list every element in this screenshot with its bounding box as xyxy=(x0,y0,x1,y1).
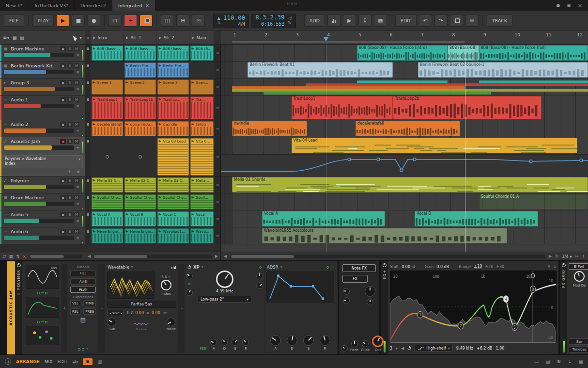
mute-button[interactable]: M xyxy=(74,97,79,102)
mute-button[interactable]: M xyxy=(74,139,79,144)
solo-button[interactable]: S xyxy=(67,229,73,234)
clip-stop-button[interactable] xyxy=(85,176,91,193)
adsr-attack-knob[interactable] xyxy=(270,335,281,346)
solo-button[interactable]: S xyxy=(67,63,73,68)
clip-play-icon[interactable]: ▶ xyxy=(192,212,194,216)
stop-button[interactable]: ■ xyxy=(72,15,85,27)
ratio-value[interactable]: 1:2 xyxy=(126,311,133,315)
clip-play-icon[interactable]: ▶ xyxy=(192,122,194,126)
scene-header[interactable]: ▶Main xyxy=(189,31,214,44)
mod-output-dot[interactable] xyxy=(37,292,40,294)
clip-play-icon[interactable]: ▶ xyxy=(126,80,128,84)
clip-slot[interactable]: ▶TrashLoop2b xyxy=(124,96,156,119)
wavetable-title[interactable]: Wavetable xyxy=(108,265,129,270)
clip-slot[interactable]: ▶Wavo... xyxy=(190,228,214,243)
index-knob[interactable] xyxy=(161,280,171,290)
solo-button[interactable]: S xyxy=(67,139,73,144)
clip-play-icon[interactable]: ▶ xyxy=(126,212,128,216)
clip-play-icon[interactable]: ▶ xyxy=(126,64,128,67)
arranger-clip[interactable]: Vita 04 Lead xyxy=(292,138,577,153)
launcher-overdub-button[interactable] xyxy=(139,15,153,27)
clip-slot[interactable]: ▶Berlin Fire... xyxy=(124,63,156,78)
lanes-icon[interactable]: ≡ xyxy=(76,236,79,240)
clip-play-icon[interactable]: ▶ xyxy=(126,47,128,50)
clip-slot[interactable]: ▶808 (Bass-... xyxy=(124,46,156,61)
clip-play-icon[interactable]: ▶ xyxy=(126,178,128,182)
filter-keytrack-knob[interactable] xyxy=(256,272,263,279)
clip-play-icon[interactable]: ▶ xyxy=(159,47,161,50)
solo-button[interactable]: S xyxy=(67,212,73,217)
detune-value[interactable]: 0.00 xyxy=(135,311,144,315)
lanes-icon[interactable]: ≡ xyxy=(76,202,79,206)
band-freq-value[interactable]: 9.49 kHz xyxy=(456,346,473,351)
device-track-rail[interactable]: ACOUSTIC JAM xyxy=(7,261,15,354)
solo-button[interactable]: S xyxy=(67,80,73,85)
clip-play-icon[interactable]: ▶ xyxy=(192,229,194,233)
wavetable-preset-name[interactable]: Farfisa Sax xyxy=(107,301,176,308)
record-arm-button[interactable]: ● xyxy=(60,97,66,102)
grid-view-icon[interactable]: ▦ xyxy=(12,35,16,40)
play-button[interactable]: ▶ xyxy=(56,15,69,27)
mod-output-dot[interactable] xyxy=(326,266,329,269)
scroll-left-icon[interactable]: ◀ xyxy=(88,254,91,258)
clip-slot[interactable]: ▶NeverEngin... xyxy=(92,228,123,243)
vel-expression-button[interactable]: VEL xyxy=(70,300,80,306)
delete-button[interactable]: ⊗ xyxy=(465,15,479,27)
solo-button[interactable]: S xyxy=(67,122,73,127)
filter-env-knob[interactable] xyxy=(256,282,263,289)
track-panel-scrollbar[interactable] xyxy=(29,255,82,258)
lanes-icon[interactable]: ≡ xyxy=(76,185,79,189)
lanes-icon[interactable]: ≡ xyxy=(76,70,79,74)
clip-play-icon[interactable]: ▶ xyxy=(93,195,95,199)
clip-slot[interactable]: ▶Scene 2 xyxy=(124,80,156,95)
clip-slot[interactable]: ▶808 (B... xyxy=(190,46,214,61)
position-display[interactable]: 8.3.2.390:16.553 ◁)↻ xyxy=(251,14,296,28)
scene-alt-icon[interactable]: ≡ xyxy=(214,137,220,176)
clip-play-icon[interactable]: ▶ xyxy=(192,47,194,50)
arranger-clip[interactable]: deceleratefall xyxy=(356,121,460,136)
pres-expression-button[interactable]: PRES xyxy=(83,308,96,315)
scene-play-icon[interactable]: ▶ xyxy=(93,36,95,40)
track-row[interactable]: ≈Audio 5●SM≡ xyxy=(0,210,85,227)
lanes-view-icon[interactable]: ▤ xyxy=(20,35,24,40)
browser-icon[interactable]: ▦ xyxy=(374,15,387,27)
mute-button[interactable]: M xyxy=(74,229,79,234)
clip-slot[interactable]: ▶Soulf... xyxy=(190,194,214,209)
redo-button[interactable]: ↷ xyxy=(434,15,448,27)
fill-button[interactable]: FILL xyxy=(70,270,96,276)
arranger-track-lane[interactable] xyxy=(221,79,588,96)
sync-badge[interactable]: ◂SYNC▸ xyxy=(108,310,124,316)
adsr-sustain-knob[interactable] xyxy=(303,335,314,346)
arranger-track-lane[interactable]: Berlin Firework Beat 01Berlin Firework B… xyxy=(221,62,588,79)
clip-slot[interactable]: ▶Berlin Fire... xyxy=(157,63,189,78)
download-icon[interactable]: ↧ xyxy=(568,359,572,364)
position-bars[interactable]: 8.3.2.39 xyxy=(255,14,284,21)
panel-layout-icon[interactable]: ▥ xyxy=(97,359,102,364)
scroll-right-icon[interactable]: ▶ xyxy=(215,254,218,258)
arranger-clip[interactable]: Berlin Firework Beat 01 xyxy=(248,62,393,78)
clip-slot[interactable]: ▶Vita 0... xyxy=(190,138,214,176)
clip-slot[interactable]: ▶Vocal A xyxy=(92,211,123,226)
track-row[interactable]: ▦Drum Machine●SM≡ xyxy=(0,193,85,210)
import-icon[interactable]: ↧ xyxy=(358,15,371,27)
shift-value[interactable]: 0.00 st xyxy=(402,265,415,269)
arranger-clip[interactable]: dwindle xyxy=(232,121,307,136)
clip-slot[interactable]: ▶TrashLoop1 xyxy=(92,96,123,119)
filter-cutoff-knob[interactable] xyxy=(216,271,233,288)
tap-tempo-icon[interactable]: ⇅ xyxy=(217,21,220,26)
project-tab[interactable]: DemoTest2 xyxy=(75,0,112,11)
dice-randomize-icon[interactable]: ⚄ xyxy=(69,317,97,324)
scene-alt-icon[interactable]: ≡ xyxy=(214,120,220,137)
project-tab[interactable]: New 1* xyxy=(0,0,29,11)
cue-marker-icon[interactable] xyxy=(324,37,328,41)
add-menu-button[interactable]: ADD xyxy=(304,15,325,27)
mixer-panel-icon[interactable]: ▦ xyxy=(579,359,583,364)
wavetable-r-icon[interactable]: R ⇅ ∿ xyxy=(161,275,171,279)
clip-slot[interactable]: ▶Scene 3 xyxy=(157,80,189,95)
clip-slot[interactable]: ▶deceleratefall xyxy=(92,121,123,136)
mod-output-dot[interactable] xyxy=(45,292,47,294)
volume-fader[interactable] xyxy=(4,87,74,91)
clip-slot[interactable]: ▶Vocal xyxy=(190,211,214,226)
volume-fader[interactable] xyxy=(4,185,74,189)
mod-output-dot[interactable] xyxy=(45,321,47,323)
